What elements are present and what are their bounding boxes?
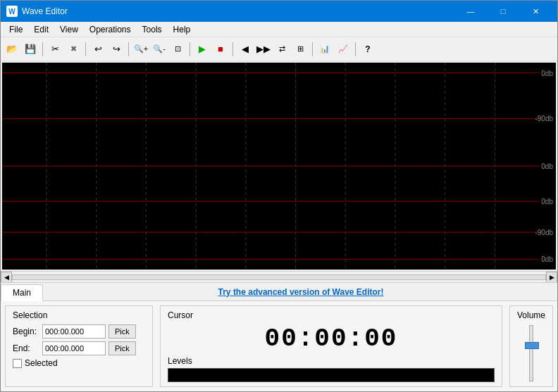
selected-row: Selected	[13, 358, 145, 368]
menu-file[interactable]: File	[4, 23, 28, 36]
waveform-area[interactable]: 0db -90db 0db 0db -90db 0db	[2, 63, 556, 270]
waveform-svg	[2, 63, 556, 270]
play-button[interactable]: ▶	[194, 41, 211, 58]
db-label-5: -90db	[535, 229, 553, 236]
end-input[interactable]	[42, 341, 106, 355]
bottom-content: Selection Begin: Pick End: Pick Selected	[1, 301, 557, 391]
window-controls: — □ ✕	[454, 1, 552, 22]
scrollbar-container: ◀ ▶	[1, 271, 557, 282]
undo-button[interactable]: ↩	[89, 41, 106, 58]
redo-button[interactable]: ↪	[108, 41, 125, 58]
selected-checkbox[interactable]	[13, 359, 22, 368]
db-label-6: 0db	[541, 255, 553, 263]
bar-chart-icon[interactable]: 📊	[316, 41, 333, 58]
end-field-row: End: Pick	[13, 341, 145, 355]
begin-label: Begin:	[13, 327, 39, 336]
window-title: Wave Editor	[22, 6, 454, 16]
toolbar: 📂 💾 ✂ ✖ ↩ ↪ 🔍+ 🔍- ⊡ ▶ ■ ◀ ▶▶ ⇄ ⊞ 📊 📈 ?	[1, 37, 557, 61]
levels-bar	[168, 368, 495, 382]
levels-title: Levels	[168, 356, 495, 366]
toolbar-sep-3	[128, 42, 129, 56]
cursor-time: 00:00:00	[168, 324, 495, 353]
toolbar-sep-2	[85, 42, 86, 56]
selected-label: Selected	[25, 358, 58, 368]
scroll-right-button[interactable]: ▶	[546, 272, 557, 283]
toolbar-sep-7	[355, 42, 356, 56]
toolbar-sep-6	[312, 42, 313, 56]
cut-button[interactable]: ✂	[46, 41, 63, 58]
title-bar: W Wave Editor — □ ✕	[1, 1, 557, 22]
begin-input[interactable]	[42, 324, 106, 339]
menu-view[interactable]: View	[54, 23, 84, 36]
volume-thumb[interactable]	[525, 342, 539, 349]
volume-slider-container	[521, 324, 542, 382]
volume-track[interactable]	[529, 325, 533, 381]
end-pick-button[interactable]: Pick	[108, 341, 136, 355]
db-label-4: 0db	[541, 197, 553, 205]
selection-title: Selection	[13, 310, 145, 320]
main-window: W Wave Editor — □ ✕ File Edit View Opera…	[0, 0, 558, 392]
tab-main[interactable]: Main	[1, 284, 43, 301]
end-label: End:	[13, 343, 39, 353]
begin-field-row: Begin: Pick	[13, 324, 145, 339]
bottom-panel: Main Try the advanced version of Wave Ed…	[1, 282, 557, 391]
menu-help[interactable]: Help	[168, 23, 197, 36]
minimize-button[interactable]: —	[454, 1, 487, 22]
zoom-fit-button[interactable]: ⊡	[169, 41, 186, 58]
loop-button[interactable]: ⇄	[273, 41, 290, 58]
menu-tools[interactable]: Tools	[137, 23, 168, 36]
open-button[interactable]: 📂	[4, 41, 20, 58]
fast-forward-button[interactable]: ▶▶	[255, 41, 272, 58]
menu-bar: File Edit View Operations Tools Help	[1, 22, 557, 37]
app-icon: W	[6, 6, 18, 17]
zoom-in-button[interactable]: 🔍+	[132, 41, 149, 58]
cursor-box: Cursor 00:00:00 Levels	[160, 305, 502, 387]
volume-box: Volume	[509, 305, 553, 387]
stop-button[interactable]: ■	[212, 41, 229, 58]
scroll-left-button[interactable]: ◀	[1, 272, 12, 283]
levels-icon[interactable]: 📈	[335, 41, 352, 58]
save-button[interactable]: 💾	[22, 41, 39, 58]
db-label-1: 0db	[541, 69, 553, 77]
db-label-2: -90db	[535, 115, 553, 122]
toolbar-sep-4	[190, 42, 190, 56]
close-button[interactable]: ✕	[519, 1, 552, 22]
help-button[interactable]: ?	[359, 41, 376, 58]
delete-button[interactable]: ✖	[65, 41, 82, 58]
menu-edit[interactable]: Edit	[28, 23, 54, 36]
maximize-button[interactable]: □	[487, 1, 519, 22]
volume-title: Volume	[517, 310, 545, 320]
menu-operations[interactable]: Operations	[84, 23, 137, 36]
rewind-button[interactable]: ◀	[237, 41, 254, 58]
scrollbar-track[interactable]	[12, 274, 546, 280]
cursor-title: Cursor	[168, 310, 495, 320]
tabs-row: Main Try the advanced version of Wave Ed…	[1, 283, 557, 301]
grid-button[interactable]: ⊞	[292, 41, 309, 58]
toolbar-sep-5	[232, 42, 233, 56]
begin-pick-button[interactable]: Pick	[108, 324, 136, 339]
db-label-3: 0db	[541, 163, 553, 170]
upgrade-area: Try the advanced version of Wave Editor!	[44, 283, 557, 301]
selection-box: Selection Begin: Pick End: Pick Selected	[5, 305, 153, 387]
upgrade-link[interactable]: Try the advanced version of Wave Editor!	[218, 287, 384, 297]
zoom-out-button[interactable]: 🔍-	[151, 41, 168, 58]
toolbar-sep-1	[42, 42, 43, 56]
